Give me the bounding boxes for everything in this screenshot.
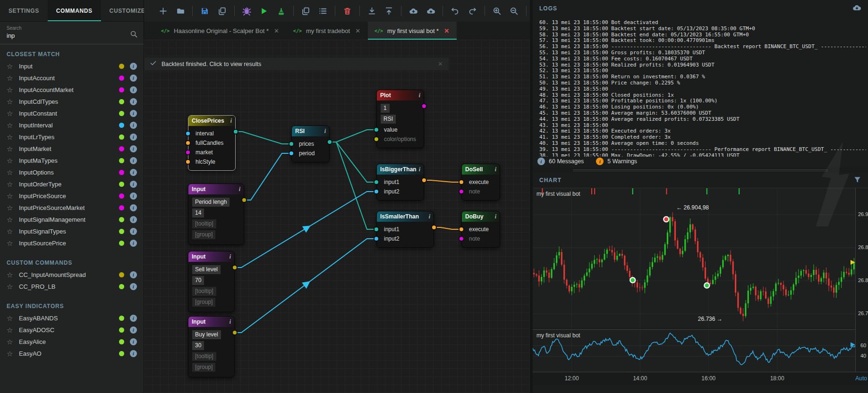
auto-scale-toggle[interactable]: Auto [855,375,867,382]
tab-close-icon[interactable]: ✕ [273,27,280,34]
command-item-inputsignalmanagement[interactable]: ☆InputSignalManagementi [0,214,144,226]
time-axis[interactable]: Auto 12:0014:0016:0018:00 [533,372,868,385]
info-icon[interactable]: i [130,86,137,93]
node-title[interactable]: Ploti [377,90,424,100]
output-port-dot[interactable] [327,139,332,145]
input-port-dot[interactable] [185,150,191,155]
undo-button[interactable] [450,6,460,16]
input-port-dot[interactable] [459,236,464,242]
node-title[interactable]: DoSelli [462,164,500,175]
input-port-dot[interactable] [374,127,379,133]
copy-pages-button[interactable] [301,6,311,16]
star-icon[interactable]: ☆ [7,283,19,291]
tab-close-icon[interactable]: ✕ [443,27,450,34]
node-rsi[interactable]: RSIipricesperiod [291,125,330,162]
command-item-inputsignaltypes[interactable]: ☆InputSignalTypesi [0,226,144,237]
node-field[interactable]: [group] [192,363,215,372]
output-port-dot[interactable] [241,197,247,203]
node-title[interactable]: Inputi [188,184,244,194]
star-icon[interactable]: ☆ [7,157,19,165]
output-port-dot[interactable] [421,103,427,109]
node-field[interactable]: Period lengh [192,198,230,207]
star-icon[interactable]: ☆ [7,109,19,118]
node-canvas[interactable]: Backtest finished. Click to view results… [144,40,530,393]
info-icon[interactable]: i [130,216,137,223]
info-icon[interactable]: i [429,213,430,220]
node-field[interactable]: RSI [381,115,396,124]
star-icon[interactable]: ☆ [7,168,19,177]
info-icon[interactable]: i [130,271,137,278]
output-port-dot[interactable] [233,129,238,134]
star-icon[interactable]: ☆ [7,121,19,130]
star-icon[interactable]: ☆ [7,62,19,71]
node-field[interactable]: 1 [381,104,390,113]
indicator-pane[interactable]: my first visual bot [533,329,855,372]
star-icon[interactable]: ☆ [7,86,19,94]
node-plot[interactable]: Ploti1RSIvaluecolor/options [376,90,424,148]
info-icon[interactable]: i [130,228,137,235]
cloud-download-icon[interactable] [852,3,861,14]
info-icon[interactable]: i [230,318,231,326]
info-icon[interactable]: i [230,253,231,260]
node-title[interactable]: DoBuyi [462,211,500,222]
command-item-inputconstant[interactable]: ☆InputConstanti [0,108,144,119]
info-icon[interactable]: i [130,338,137,345]
node-isbigger[interactable]: IsBiggerThaniinput1input2 [376,164,424,201]
node-closeprices[interactable]: ClosePricesiintervalfullCandlesmarkethlc… [188,115,236,171]
input-port-dot[interactable] [374,189,379,194]
delete-button[interactable] [342,6,352,16]
input-port-dot[interactable] [289,141,294,147]
zoom-out-button[interactable] [509,6,519,16]
command-item-easyalice[interactable]: ☆EasyAlicei [0,336,144,348]
node-title[interactable]: Inputi [188,251,234,262]
node-input-sell[interactable]: InputiSell level70[tooltip][group] [188,251,235,312]
input-port-dot[interactable] [459,189,464,194]
node-field[interactable]: [tooltip] [192,219,216,228]
node-field[interactable]: [tooltip] [192,287,216,296]
info-icon[interactable]: i [130,98,137,105]
download-button[interactable] [367,6,377,16]
star-icon[interactable]: ☆ [7,192,19,201]
node-title[interactable]: ClosePricesi [188,116,235,126]
output-port-dot[interactable] [232,330,238,335]
node-field[interactable]: 70 [192,276,204,285]
info-icon[interactable]: i [324,128,326,135]
upload-button[interactable] [384,6,394,16]
star-icon[interactable]: ☆ [7,74,19,83]
info-icon[interactable]: i [130,283,137,290]
redo-button[interactable] [468,6,477,16]
command-item-inputsourceprice[interactable]: ☆InputSourcePricei [0,237,144,249]
info-icon[interactable]: i [130,134,137,141]
command-item-inputcdltypes[interactable]: ☆InputCdlTypesi [0,96,144,108]
list-button[interactable] [318,6,328,16]
cloud-upload-button[interactable] [426,6,436,16]
sidebar-tab-settings[interactable]: SETTINGS [0,0,48,21]
node-title[interactable]: RSIi [292,126,329,136]
new-script-button[interactable] [158,6,168,16]
node-field[interactable]: [group] [192,298,215,307]
duplicate-button[interactable] [217,6,227,16]
info-icon[interactable]: i [130,204,137,211]
star-icon[interactable]: ☆ [7,133,19,142]
command-item-inputlrtypes[interactable]: ☆InputLrTypesi [0,131,144,143]
node-title[interactable]: IsSmallerThani [377,211,434,222]
command-item-cc_inputamountspread[interactable]: ☆CC_InputAmountSpreadi [0,269,144,281]
star-icon[interactable]: ☆ [7,350,19,358]
command-item-inputoptions[interactable]: ☆InputOptionsi [0,167,144,178]
command-item-easyabands[interactable]: ☆EasyABANDSi [0,312,144,324]
info-icon[interactable]: i [495,213,496,220]
command-item-easyao[interactable]: ☆EasyAOi [0,348,144,360]
command-item-inputinterval[interactable]: ☆InputIntervali [0,119,144,131]
command-item-inputaccount[interactable]: ☆InputAccounti [0,72,144,84]
command-item-inputpricesourcemarket[interactable]: ☆InputPriceSourceMarketi [0,202,144,214]
info-icon[interactable]: i [130,63,137,70]
input-port-dot[interactable] [289,151,294,156]
editor-tab-2[interactable]: </>my first visual bot *✕ [368,22,457,40]
node-input-buy[interactable]: InputiBuy level30[tooltip][group] [188,316,235,377]
input-port-dot[interactable] [185,131,191,136]
node-input-period[interactable]: InputiPeriod lengh14[tooltip][group] [188,184,244,245]
input-port-dot[interactable] [459,226,464,232]
run-backtest-button[interactable] [259,6,269,16]
star-icon[interactable]: ☆ [7,98,19,106]
star-icon[interactable]: ☆ [7,180,19,189]
